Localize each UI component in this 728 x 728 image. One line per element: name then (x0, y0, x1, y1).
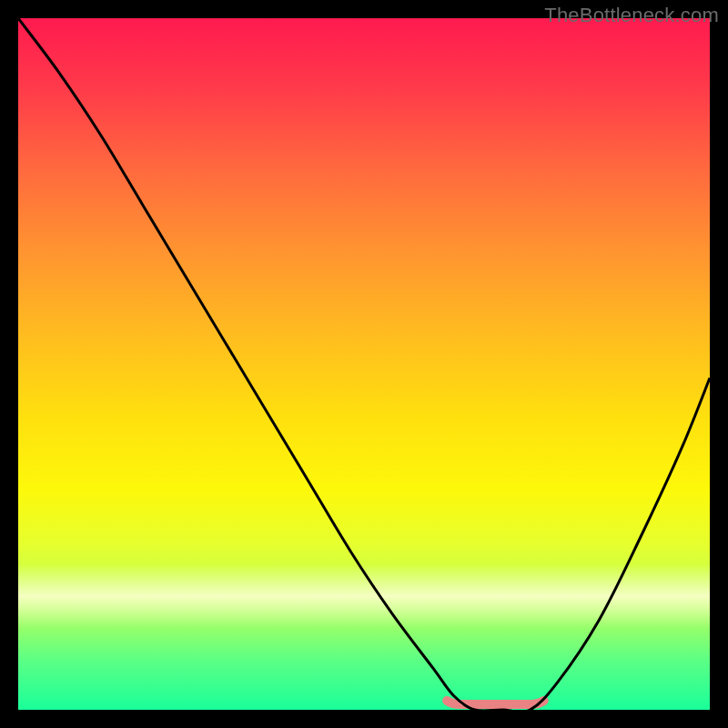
plot-area (18, 18, 710, 710)
watermark-text: TheBottleneck.com (544, 4, 719, 27)
bottleneck-curve-line (18, 18, 710, 710)
chart-svg (18, 18, 710, 710)
chart-frame: TheBottleneck.com (0, 0, 728, 728)
